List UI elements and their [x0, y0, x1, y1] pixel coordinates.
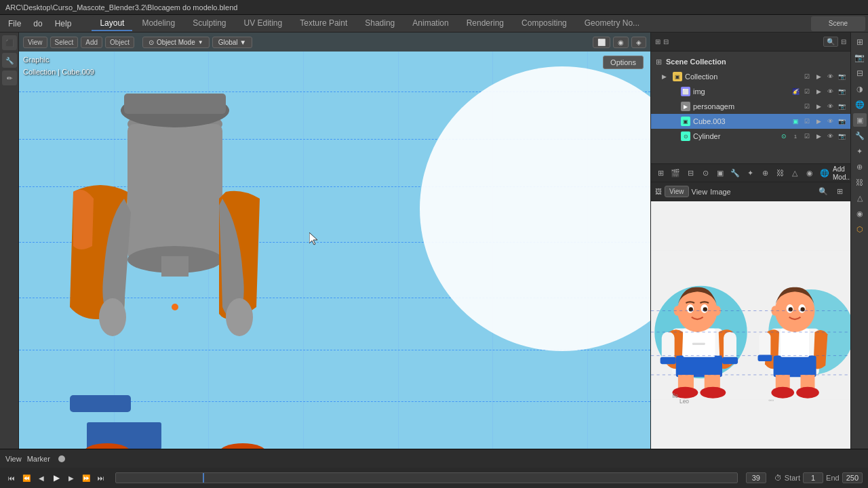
props-icon-active[interactable]: ⬡ [853, 222, 867, 236]
tab-rendering[interactable]: Rendering [458, 16, 512, 31]
image-view-btn2[interactable]: View [692, 188, 708, 196]
tab-compositing[interactable]: Compositing [513, 16, 575, 31]
tool-icon-2[interactable]: 🔧 [2, 53, 17, 68]
tab-texture-paint[interactable]: Texture Paint [292, 16, 355, 31]
props-icon-render[interactable]: 📷 [853, 51, 867, 64]
tab-modeling[interactable]: Modeling [134, 16, 183, 31]
start-frame-display[interactable]: 1 [803, 472, 823, 483]
viewport-select-btn[interactable]: Select [50, 37, 79, 48]
props-render-icon[interactable]: 🎬 [669, 166, 682, 180]
img-icon2[interactable]: 🌠 [791, 87, 800, 96]
props-icon-world[interactable]: 🌐 [853, 98, 867, 111]
scene-selector[interactable]: Scene [811, 16, 865, 31]
collection-camera-icon[interactable]: 📷 [837, 72, 846, 81]
viewport-shading-solid[interactable]: ⬜ [593, 37, 610, 48]
props-physics-icon[interactable]: ⊕ [758, 166, 772, 180]
tab-uv-editing[interactable]: UV Editing [236, 16, 291, 31]
image-view-btn[interactable]: View [665, 186, 689, 197]
add-modifier-btn[interactable]: Add Mod... [833, 165, 852, 181]
props-material-icon[interactable]: ◉ [803, 166, 816, 180]
props-output-icon[interactable]: ⊟ [684, 166, 697, 180]
cylinder-cam[interactable]: 📷 [837, 131, 846, 141]
jump-end-btn[interactable]: ⏭ [95, 472, 107, 484]
menu-file[interactable]: File [3, 18, 26, 30]
personagem-cam[interactable]: 📷 [837, 102, 846, 111]
next-frame-btn[interactable]: ▶ [65, 472, 77, 484]
end-frame-display[interactable]: 250 [842, 472, 863, 483]
prev-frame-btn[interactable]: ◀ [35, 472, 47, 484]
outliner-filter-icon[interactable]: ⊟ [841, 38, 846, 45]
tab-layout[interactable]: Layout [92, 16, 132, 31]
props-icon-material2[interactable]: ◉ [853, 207, 867, 220]
options-button[interactable]: Options [603, 56, 644, 69]
props-icon-particles2[interactable]: ✦ [853, 144, 867, 158]
viewport-mode-selector[interactable]: ⊙ Object Mode ▼ [142, 37, 210, 48]
img-cam[interactable]: 📷 [837, 87, 846, 96]
personagem-eye[interactable]: 👁 [825, 102, 835, 111]
collection-arrow-icon[interactable]: ▶ [814, 72, 823, 81]
viewport-view-btn[interactable]: View [23, 37, 47, 48]
viewport-global-selector[interactable]: Global ▼ [212, 37, 253, 48]
personagem-checkbox[interactable]: ☑ [802, 102, 812, 111]
cube003-arrow2[interactable]: ▶ [814, 117, 823, 126]
step-back-btn[interactable]: ⏪ [20, 472, 33, 484]
tree-item-img[interactable]: ⬜ img 🌠 ☑ ▶ 👁 📷 [651, 84, 850, 99]
viewport-add-btn[interactable]: Add [81, 37, 102, 48]
props-icon-data2[interactable]: △ [853, 191, 867, 205]
props-icon-constraints2[interactable]: ⛓ [853, 176, 867, 189]
viewport-shading-render[interactable]: ◈ [631, 37, 646, 48]
props-icon-physics2[interactable]: ⊕ [853, 160, 867, 174]
tree-item-cylinder[interactable]: ⊙ Cylinder ⊙ 1 ☑ ▶ 👁 📷 [651, 129, 850, 144]
image-image-btn[interactable]: Image [710, 188, 731, 196]
viewport-shading-material[interactable]: ◉ [613, 37, 629, 48]
jump-start-btn[interactable]: ⏮ [5, 472, 18, 484]
tool-icon-1[interactable]: ⬛ [2, 35, 17, 50]
tree-item-cube003[interactable]: ▣ Cube.003 ▣ ☑ ▶ 👁 📷 [651, 114, 850, 129]
menu-do[interactable]: do [28, 18, 47, 30]
cylinder-arrow2[interactable]: ▶ [814, 131, 823, 141]
personagem-arrow2[interactable]: ▶ [814, 102, 823, 111]
tree-item-collection[interactable]: ▶ ▣ Collection ☑ ▶ 👁 📷 [651, 69, 850, 84]
menu-help[interactable]: Help [50, 18, 77, 30]
cube003-icon2[interactable]: ▣ [791, 117, 800, 126]
image-zoom-icon[interactable]: 🔍 [816, 185, 830, 199]
tree-item-personagem[interactable]: ▶ personagem ☑ ▶ 👁 📷 [651, 99, 850, 114]
viewport-3d[interactable]: View Select Add Object ⊙ Object Mode ▼ G… [19, 33, 650, 449]
tab-sculpting[interactable]: Sculpting [184, 16, 234, 31]
outliner-search[interactable]: 🔍 [823, 37, 838, 47]
collection-checkbox[interactable]: ☑ [802, 72, 812, 81]
tree-scene-collection[interactable]: ⊞ Scene Collection [651, 54, 850, 69]
img-eye[interactable]: 👁 [825, 87, 835, 96]
viewport-object-btn[interactable]: Object [105, 37, 134, 48]
tool-icon-3[interactable]: ✏ [2, 70, 17, 85]
props-constraints-icon[interactable]: ⛓ [773, 166, 787, 180]
cube003-eye[interactable]: 👁 [825, 117, 835, 126]
props-icon-modifier[interactable]: 🔧 [853, 129, 867, 142]
tab-animation[interactable]: Animation [404, 16, 456, 31]
props-icon-object[interactable]: ▣ [853, 113, 867, 127]
props-icon-output[interactable]: ⊟ [853, 66, 867, 80]
cylinder-checkbox[interactable]: ☑ [802, 131, 812, 141]
img-arrow2[interactable]: ▶ [814, 87, 823, 96]
timeline-scrubber[interactable] [115, 472, 738, 483]
tab-shading[interactable]: Shading [357, 16, 403, 31]
props-scene-icon[interactable]: ⊞ [654, 166, 667, 180]
play-btn[interactable]: ▶ [50, 472, 62, 484]
props-modifier-icon[interactable]: 🔧 [728, 166, 742, 180]
props-world-icon[interactable]: 🌐 [818, 166, 831, 180]
timeline-marker-btn[interactable]: Marker [27, 455, 50, 463]
current-frame-display[interactable]: 39 [746, 472, 766, 483]
step-forward-btn[interactable]: ⏩ [80, 472, 92, 484]
tab-geometry[interactable]: Geometry No... [576, 16, 648, 31]
props-particles-icon[interactable]: ✦ [743, 166, 757, 180]
collection-eye-icon[interactable]: 👁 [825, 72, 835, 81]
props-object-icon[interactable]: ▣ [713, 166, 727, 180]
props-icon-view-layer[interactable]: ◑ [853, 82, 867, 96]
cube003-checkbox[interactable]: ☑ [802, 117, 812, 126]
props-data-icon[interactable]: △ [788, 166, 802, 180]
image-fit-icon[interactable]: ⊞ [833, 185, 846, 199]
props-view-icon[interactable]: ⊙ [698, 166, 712, 180]
timeline-view-btn[interactable]: View [5, 455, 22, 463]
cube003-cam[interactable]: 📷 [837, 117, 846, 126]
props-icon-scene[interactable]: ⊞ [853, 35, 867, 49]
